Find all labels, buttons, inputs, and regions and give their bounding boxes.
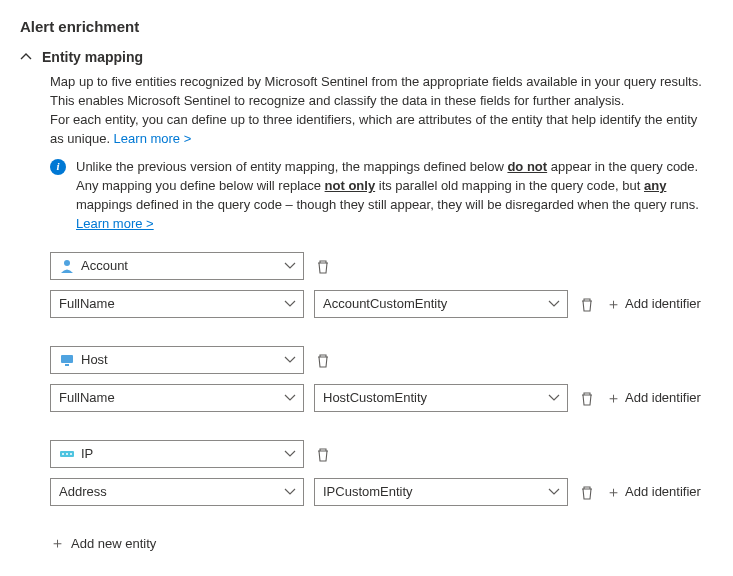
page-title: Alert enrichment <box>20 18 713 35</box>
identifier-label: Address <box>59 484 107 499</box>
ip-icon <box>59 446 75 462</box>
value-dropdown[interactable]: AccountCustomEntity <box>314 290 568 318</box>
add-entity-button[interactable]: ＋ Add new entity <box>50 534 713 553</box>
add-identifier-button[interactable]: ＋ Add identifier <box>606 390 701 405</box>
plus-icon: ＋ <box>50 534 65 553</box>
delete-entity-button[interactable] <box>314 257 332 275</box>
identifier-label: FullName <box>59 390 115 405</box>
chevron-down-icon <box>283 259 297 273</box>
learn-more-link-2[interactable]: Learn more > <box>76 216 154 231</box>
chevron-up-icon <box>20 51 32 63</box>
entity-type-label: IP <box>81 446 93 461</box>
value-label: AccountCustomEntity <box>323 296 447 311</box>
chevron-down-icon <box>283 485 297 499</box>
section-header[interactable]: Entity mapping <box>20 49 713 65</box>
learn-more-link[interactable]: Learn more > <box>114 131 192 146</box>
value-label: HostCustomEntity <box>323 390 427 405</box>
chevron-down-icon <box>547 391 561 405</box>
add-identifier-label: Add identifier <box>625 390 701 405</box>
delete-identifier-button[interactable] <box>578 389 596 407</box>
identifier-label: FullName <box>59 296 115 311</box>
plus-icon: ＋ <box>606 296 621 311</box>
info-callout: i Unlike the previous version of entity … <box>50 158 713 233</box>
entity-type-dropdown[interactable]: IP <box>50 440 304 468</box>
add-identifier-button[interactable]: ＋ Add identifier <box>606 484 701 499</box>
entity-type-label: Account <box>81 258 128 273</box>
add-identifier-label: Add identifier <box>625 296 701 311</box>
section-title: Entity mapping <box>42 49 143 65</box>
delete-identifier-button[interactable] <box>578 483 596 501</box>
add-identifier-label: Add identifier <box>625 484 701 499</box>
chevron-down-icon <box>283 297 297 311</box>
delete-entity-button[interactable] <box>314 351 332 369</box>
add-identifier-button[interactable]: ＋ Add identifier <box>606 296 701 311</box>
identifier-dropdown[interactable]: FullName <box>50 290 304 318</box>
value-dropdown[interactable]: IPCustomEntity <box>314 478 568 506</box>
section-description: Map up to five entities recognized by Mi… <box>50 73 713 148</box>
info-icon: i <box>50 159 66 175</box>
entity-block: Account FullName AccountCustomEntity ＋ A… <box>50 252 713 318</box>
entity-type-dropdown[interactable]: Account <box>50 252 304 280</box>
entity-block: IP Address IPCustomEntity ＋ Add identifi… <box>50 440 713 506</box>
value-label: IPCustomEntity <box>323 484 413 499</box>
entity-type-label: Host <box>81 352 108 367</box>
chevron-down-icon <box>547 297 561 311</box>
value-dropdown[interactable]: HostCustomEntity <box>314 384 568 412</box>
identifier-dropdown[interactable]: Address <box>50 478 304 506</box>
host-icon <box>59 352 75 368</box>
chevron-down-icon <box>283 447 297 461</box>
entity-type-dropdown[interactable]: Host <box>50 346 304 374</box>
plus-icon: ＋ <box>606 484 621 499</box>
delete-identifier-button[interactable] <box>578 295 596 313</box>
identifier-dropdown[interactable]: FullName <box>50 384 304 412</box>
add-entity-label: Add new entity <box>71 536 156 551</box>
account-icon <box>59 258 75 274</box>
chevron-down-icon <box>283 391 297 405</box>
chevron-down-icon <box>547 485 561 499</box>
chevron-down-icon <box>283 353 297 367</box>
delete-entity-button[interactable] <box>314 445 332 463</box>
entity-block: Host FullName HostCustomEntity ＋ Add ide… <box>50 346 713 412</box>
plus-icon: ＋ <box>606 390 621 405</box>
